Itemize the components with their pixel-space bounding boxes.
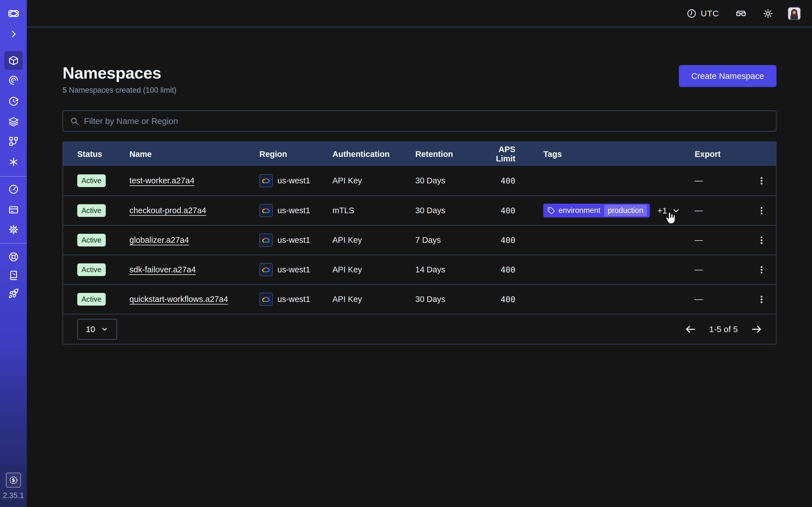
chevron-down-icon — [672, 206, 680, 215]
gcp-cloud-icon — [259, 204, 273, 217]
accessibility-glasses-button[interactable] — [735, 8, 747, 19]
sidebar-item-nexus[interactable] — [0, 71, 27, 90]
svg-text:$: $ — [12, 477, 15, 483]
clock-icon — [687, 8, 697, 18]
table-header-row: Status Name Region Authentication Retent… — [63, 142, 776, 166]
export-cell: — — [695, 265, 747, 274]
export-cell: — — [695, 235, 747, 245]
sidebar-item-docs[interactable] — [0, 266, 27, 284]
sidebar-divider — [0, 176, 27, 177]
export-cell: — — [695, 295, 747, 304]
branch-icon — [8, 136, 19, 147]
table-row: Active checkout-prod.a27a4 us-west1 mTLS — [63, 195, 776, 225]
layers-icon — [8, 116, 19, 127]
row-actions-kebab[interactable] — [753, 202, 770, 220]
namespace-link[interactable]: quickstart-workflows.a27a4 — [130, 295, 228, 304]
sidebar-item-settings[interactable] — [0, 220, 27, 239]
namespace-link[interactable]: globalizer.a27a4 — [130, 235, 189, 244]
arrow-right-icon — [751, 323, 762, 335]
dollar-seal-icon: $ — [9, 475, 18, 485]
gcp-cloud-icon — [259, 174, 273, 187]
region-label: us-west1 — [277, 176, 310, 185]
column-header-export: Export — [695, 150, 747, 159]
namespace-link[interactable]: checkout-prod.a27a4 — [130, 206, 206, 215]
row-actions-kebab[interactable] — [753, 290, 770, 308]
avatar-portrait — [788, 8, 800, 19]
aps-limit-cell: 400 — [480, 206, 515, 216]
column-header-region: Region — [259, 150, 333, 159]
sidebar-item-support[interactable] — [0, 247, 27, 266]
next-page-button[interactable] — [751, 323, 762, 335]
gcp-cloud-icon — [259, 233, 273, 247]
arrow-left-icon — [684, 323, 696, 335]
column-header-retention: Retention — [415, 150, 480, 159]
gear-icon — [8, 224, 19, 235]
region-label: us-west1 — [277, 265, 310, 274]
sidebar-item-layers[interactable] — [0, 112, 27, 131]
row-actions-kebab[interactable] — [753, 261, 770, 279]
temporal-logo[interactable] — [0, 4, 27, 23]
tag-icon — [548, 207, 555, 214]
export-cell: — — [695, 206, 747, 215]
namespace-link[interactable]: sdk-failover.a27a4 — [130, 265, 196, 274]
timezone-selector[interactable]: UTC — [687, 8, 719, 18]
auth-cell: API Key — [333, 176, 415, 185]
previous-page-button[interactable] — [684, 323, 696, 335]
row-actions-kebab[interactable] — [753, 231, 770, 249]
billing-card-icon — [8, 205, 19, 215]
aps-limit-cell: 400 — [480, 235, 515, 245]
column-header-authentication: Authentication — [333, 150, 415, 159]
gcp-cloud-icon — [259, 293, 273, 306]
sidebar-item-getting-started[interactable] — [0, 284, 27, 303]
export-cell: — — [695, 176, 747, 185]
table-row: Active quickstart-workflows.a27a4 us-wes… — [63, 284, 776, 314]
theme-toggle[interactable] — [763, 8, 773, 18]
column-header-status: Status — [77, 150, 130, 159]
usage-credits-button[interactable]: $ — [6, 473, 21, 488]
tag-pill[interactable]: environment production — [543, 204, 650, 217]
retention-cell: 30 Days — [415, 295, 480, 304]
pagination-range: 1-5 of 5 — [709, 325, 738, 334]
main-content: Namespaces 5 Namespaces created (100 lim… — [27, 28, 812, 507]
row-actions-kebab[interactable] — [753, 172, 770, 190]
rocket-icon — [8, 288, 19, 299]
tag-expand-button[interactable] — [672, 206, 680, 215]
sidebar-item-usage[interactable] — [0, 180, 27, 199]
namespace-count-subtitle: 5 Namespaces created (100 limit) — [63, 86, 176, 95]
search-icon — [70, 117, 79, 126]
page-size-value: 10 — [86, 325, 95, 334]
filter-input[interactable] — [84, 116, 769, 126]
sidebar-item-namespaces[interactable] — [0, 51, 27, 70]
region-label: us-west1 — [277, 235, 310, 245]
sidebar-item-billing[interactable] — [0, 201, 27, 219]
column-header-name: Name — [130, 150, 259, 159]
chevron-down-icon — [101, 325, 109, 333]
sidebar-divider — [0, 243, 27, 244]
sidebar-item-schedules[interactable] — [0, 92, 27, 111]
retention-cell: 30 Days — [415, 206, 480, 215]
filter-bar — [63, 110, 776, 131]
user-avatar[interactable] — [788, 7, 801, 20]
gauge-icon — [8, 184, 19, 194]
sidebar-item-batch[interactable] — [0, 153, 27, 171]
namespace-link[interactable]: test-worker.a27a4 — [130, 176, 195, 185]
auth-cell: mTLS — [333, 206, 415, 215]
table-row: Active test-worker.a27a4 us-west1 API Ke… — [63, 166, 776, 195]
tags-cell: environment production +1 — [515, 204, 695, 217]
retention-cell: 14 Days — [415, 265, 480, 274]
status-badge: Active — [77, 293, 106, 305]
page-size-select[interactable]: 10 — [77, 319, 117, 340]
app-version: 2.35.1 — [0, 491, 27, 500]
region-label: us-west1 — [277, 206, 310, 215]
aps-limit-cell: 400 — [480, 176, 515, 186]
status-badge: Active — [77, 174, 106, 187]
region-label: us-west1 — [277, 295, 310, 304]
create-namespace-button[interactable]: Create Namespace — [679, 65, 776, 87]
aps-limit-cell: 400 — [480, 265, 515, 275]
column-header-aps-limit: APS Limit — [480, 145, 515, 163]
sidebar-item-deployments[interactable] — [0, 132, 27, 151]
auth-cell: API Key — [333, 235, 415, 245]
timezone-label: UTC — [701, 9, 719, 18]
status-badge: Active — [77, 263, 106, 276]
sidebar-collapse-toggle[interactable] — [0, 25, 27, 43]
